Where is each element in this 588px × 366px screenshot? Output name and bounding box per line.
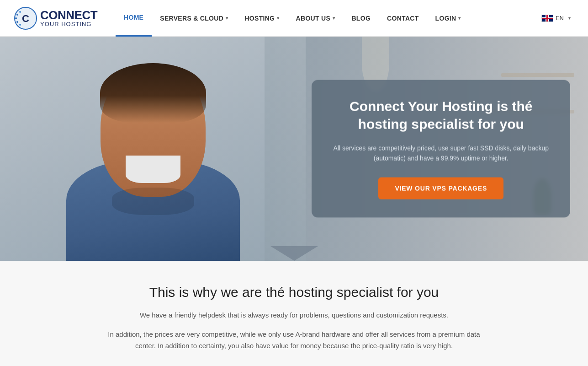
hero-triangle bbox=[270, 246, 318, 261]
logo-text: CONNECT YOUR HOSTING bbox=[40, 9, 97, 27]
header: C CONNECT YOUR HOSTING HOME SERVERS & CL… bbox=[0, 0, 588, 37]
uk-flag bbox=[541, 15, 553, 22]
hero-title: Connect Your Hosting is thé hosting spec… bbox=[332, 97, 550, 133]
chevron-down-icon: ▾ bbox=[458, 16, 461, 21]
chevron-down-icon: ▾ bbox=[568, 16, 571, 21]
logo-your-hosting: YOUR HOSTING bbox=[40, 21, 97, 27]
nav-item-contact[interactable]: CONTACT bbox=[379, 0, 427, 37]
logo[interactable]: C CONNECT YOUR HOSTING bbox=[14, 6, 97, 30]
logo-connect: CONNECT bbox=[40, 9, 97, 21]
nav-item-login[interactable]: LOGIN ▾ bbox=[427, 0, 469, 37]
chevron-down-icon: ▾ bbox=[226, 16, 228, 21]
content-section: This is why we are thé hosting specialis… bbox=[0, 261, 588, 366]
content-para-1: We have a friendly helpdesk that is alwa… bbox=[107, 309, 482, 321]
chevron-down-icon: ▾ bbox=[277, 16, 279, 21]
logo-icon: C bbox=[14, 6, 37, 30]
svg-point-3 bbox=[15, 17, 17, 19]
svg-point-6 bbox=[19, 11, 21, 13]
nav: HOME SERVERS & CLOUD ▾ HOSTING ▾ ABOUT U… bbox=[116, 0, 538, 37]
language-selector[interactable]: EN ▾ bbox=[538, 15, 574, 22]
hero-subtitle: All services are competitively priced, u… bbox=[332, 143, 550, 164]
hero-person-image bbox=[0, 37, 306, 261]
vps-packages-button[interactable]: VIEW OUR VPS PACKAGES bbox=[378, 177, 503, 199]
svg-point-2 bbox=[16, 14, 18, 16]
svg-point-4 bbox=[16, 21, 18, 23]
hero-section: Connect Your Hosting is thé hosting spec… bbox=[0, 37, 588, 261]
svg-text:C: C bbox=[22, 13, 29, 24]
flag-icon[interactable]: EN ▾ bbox=[538, 15, 574, 22]
chevron-down-icon: ▾ bbox=[333, 16, 335, 21]
nav-item-about-us[interactable]: ABOUT US ▾ bbox=[288, 0, 344, 37]
nav-item-blog[interactable]: BLOG bbox=[343, 0, 379, 37]
content-para-2: In addition, the prices are very competi… bbox=[107, 328, 482, 352]
svg-point-5 bbox=[19, 24, 21, 26]
content-heading: This is why we are thé hosting specialis… bbox=[27, 285, 561, 300]
nav-item-hosting[interactable]: HOSTING ▾ bbox=[236, 0, 287, 37]
nav-item-servers-cloud[interactable]: SERVERS & CLOUD ▾ bbox=[152, 0, 236, 37]
nav-item-home[interactable]: HOME bbox=[116, 0, 152, 37]
hero-card: Connect Your Hosting is thé hosting spec… bbox=[312, 80, 570, 218]
